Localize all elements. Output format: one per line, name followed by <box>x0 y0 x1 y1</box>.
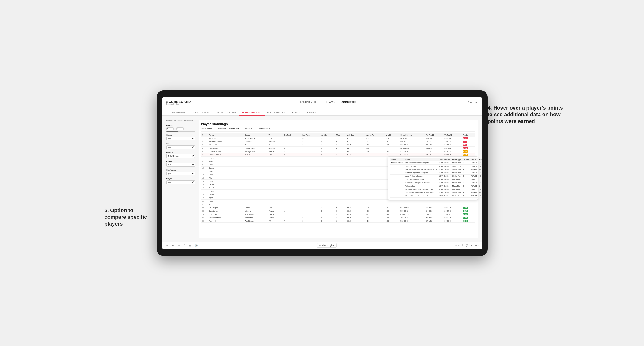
table-row: 22Ian GilliganFloridaThird10241068.7-0.8… <box>201 206 475 209</box>
sub-nav-team-h2h-heatmap[interactable]: TEAM H2H HEATMAP <box>212 111 239 116</box>
nav-tournaments[interactable]: TOURNAMENTS <box>300 101 320 103</box>
sub-nav-player-h2h-heatmap[interactable]: PLAYER H2H HEATMAP <box>289 111 319 116</box>
standings-title: Player Standings <box>201 122 475 126</box>
filters-panel: Update time: 27/01/2024 16:56:26 No Rds.… <box>166 120 195 238</box>
settings-button[interactable]: ⚙ <box>177 244 181 247</box>
filter-no-rds-max[interactable] <box>176 127 184 130</box>
col-vs-top50: Vs Top 50 <box>444 134 462 137</box>
header-right: | Sign out <box>466 101 478 103</box>
nav-teams[interactable]: TEAMS <box>326 101 335 103</box>
annotation-left: 5. Option to compare specific players <box>104 207 156 227</box>
view-original-button[interactable]: 👁 View: Original <box>317 243 336 247</box>
tooltip-table: Player Event Event Division Event Type R… <box>390 159 482 198</box>
filter-division: Division NCAA Division I <box>166 151 195 158</box>
tooltip-row: The Cypress Point ClassicNCAA Division I… <box>390 177 482 181</box>
layout-button[interactable]: ⊞ <box>188 244 192 247</box>
table-row: 26Petr HrubyWashingtonFifth7230168.6-1.6… <box>201 219 475 222</box>
filter-conference: Conference (All) <box>166 169 195 175</box>
table-row: 2Michael La SassoOle MissSecond1180067.1… <box>201 140 475 143</box>
tooltip-row: Fallen Oak Collegiate InvitationalNCAA D… <box>390 181 482 184</box>
toolbar-left: ↩ ↪ ⚙ ⧉ ⊞ 🕐 <box>166 243 199 247</box>
sub-nav: TEAM SUMMARY TEAM H2H GRID TEAM H2H HEAT… <box>162 107 482 116</box>
filter-no-rds-label: No Rds. <box>166 125 195 127</box>
table-row: 1Wenyi DingArizona StateFirst1151167.1-3… <box>201 137 475 140</box>
col-vs-top25: Vs Top 25 <box>425 134 444 137</box>
table-row: 20Mutti <box>201 199 475 203</box>
filter-player: Player (All) <box>166 177 195 184</box>
tooltip-col-rounds: Rounds <box>462 159 470 161</box>
filter-region: Region N/A <box>166 160 195 167</box>
comment-icon: 💬 <box>466 244 468 247</box>
tooltip-col-status: Status <box>470 159 478 161</box>
tooltip-body: Jackson KolsonUNCW Seahawk Intercollegia… <box>390 161 482 197</box>
meta-region: Region: All <box>244 128 253 130</box>
tooltip-row: Southern Highlands CollegiateNCAA Divisi… <box>390 171 482 174</box>
share-icon: ↗ <box>471 244 472 247</box>
tablet-frame: SCOREBOARD Powered by clippi TOURNAMENTS… <box>156 90 488 256</box>
table-row: 23Jack LundinMissouriFourth11240068.5-2.… <box>201 209 475 212</box>
col-points: Points <box>462 134 475 137</box>
table-row: 3Michael ThorbjornsenStanfordFourth12011… <box>201 143 475 147</box>
clock-icon: 🕐 <box>194 244 199 247</box>
eye-icon: 👁 <box>319 244 321 247</box>
copy-button[interactable]: ⧉ <box>183 243 186 247</box>
col-conf-rank: Conf Rank <box>300 134 320 137</box>
filter-player-select[interactable]: (All) <box>166 180 195 184</box>
tooltip-col-rank: Rank Impact <box>478 159 482 161</box>
filter-region-label: Region <box>166 160 195 162</box>
undo-button[interactable]: ↩ <box>166 244 169 247</box>
sub-nav-team-summary[interactable]: TEAM SUMMARY <box>166 111 190 116</box>
col-no-rds: No Rds. <box>320 134 335 137</box>
logo: SCOREBOARD Powered by clippi <box>166 99 191 105</box>
tooltip-row: Mirabel Maui Jim IntercollegiateNCAA Div… <box>390 194 482 197</box>
sign-out-button[interactable]: Sign out <box>468 101 478 103</box>
standings-panel: Player Standings Gender: Men Division: N… <box>199 120 478 238</box>
table-row: 24Bastien AmatNew MexicoFourth1272269.4-… <box>201 212 475 216</box>
share-button[interactable]: ↗ Share <box>471 244 479 247</box>
watch-icon: 👁 <box>455 244 457 247</box>
col-reg-rank: Reg Rank <box>282 134 300 137</box>
tooltip-row: Tiger InvitationalNCAA Division IStroke … <box>390 164 482 168</box>
filter-year-select[interactable]: (All) <box>166 146 195 149</box>
filter-range-inputs: – <box>166 127 195 130</box>
redo-button[interactable]: ↪ <box>171 244 175 247</box>
filter-player-label: Player <box>166 177 195 180</box>
sub-nav-player-summary[interactable]: PLAYER SUMMARY <box>239 111 264 116</box>
table-row: 25Cole SherwoodVanderbiltFourth12230168.… <box>201 216 475 219</box>
tooltip-header: Player Event Event Division Event Type R… <box>390 159 482 161</box>
col-rank: # <box>201 134 208 137</box>
table-row: 21Yuchi <box>201 203 475 206</box>
comment-button[interactable]: 💬 <box>466 244 468 247</box>
filter-no-rds-min[interactable] <box>166 127 174 130</box>
filter-no-rds: No Rds. – <box>166 125 195 132</box>
tooltip-row: Jackson KolsonUNCW Seahawk Intercollegia… <box>390 161 482 164</box>
table-row: 4Luke ClatonFlorida StateSecond520068.2-… <box>201 147 475 150</box>
app-header: SCOREBOARD Powered by clippi TOURNAMENTS… <box>162 97 482 107</box>
col-player: Player <box>208 134 244 137</box>
main-nav: TOURNAMENTS TEAMS COMMITTEE <box>300 101 357 103</box>
sub-nav-team-h2h-grid[interactable]: TEAM H2H GRID <box>190 111 212 116</box>
filter-region-select[interactable]: N/A <box>166 163 195 167</box>
col-avg-to-par: Avg to Par <box>366 134 384 137</box>
table-header: # Player School Yr Reg Rank Conf Rank No… <box>201 134 475 137</box>
filter-update-time: Update time: 27/01/2024 16:56:26 <box>166 120 195 122</box>
filter-division-select[interactable]: NCAA Division I <box>166 154 195 158</box>
col-avg-sg: Avg SG <box>384 134 400 137</box>
filter-slider[interactable] <box>166 131 195 132</box>
toolbar-center: 👁 View: Original <box>317 243 336 247</box>
view-label: View: Original <box>322 244 334 247</box>
watch-button[interactable]: 👁 Watch <box>455 244 463 247</box>
nav-committee[interactable]: COMMITTEE <box>341 101 357 103</box>
tooltip-row: Wake Forest Invitational at Pinehurst No… <box>390 168 482 171</box>
sub-nav-player-h2h-grid[interactable]: PLAYER H2H GRID <box>265 111 289 116</box>
meta-division: Division: NCAA Division I <box>217 128 239 130</box>
tablet-screen: SCOREBOARD Powered by clippi TOURNAMENTS… <box>162 97 482 249</box>
col-overall: Overall Record <box>400 134 426 137</box>
meta-gender: Gender: Men <box>201 128 212 130</box>
pipe-separator: | <box>466 101 466 103</box>
filter-gender-select[interactable]: Men <box>166 137 195 140</box>
scene: 4. Hover over a player's points to see a… <box>156 90 488 256</box>
table-row: 6Jackson KoirunAuburnFirst2270167.5-22.7… <box>201 153 475 156</box>
tooltip-row: Amer An IntercollegiateNCAA Division ISt… <box>390 174 482 177</box>
filter-conference-select[interactable]: (All) <box>166 172 195 175</box>
